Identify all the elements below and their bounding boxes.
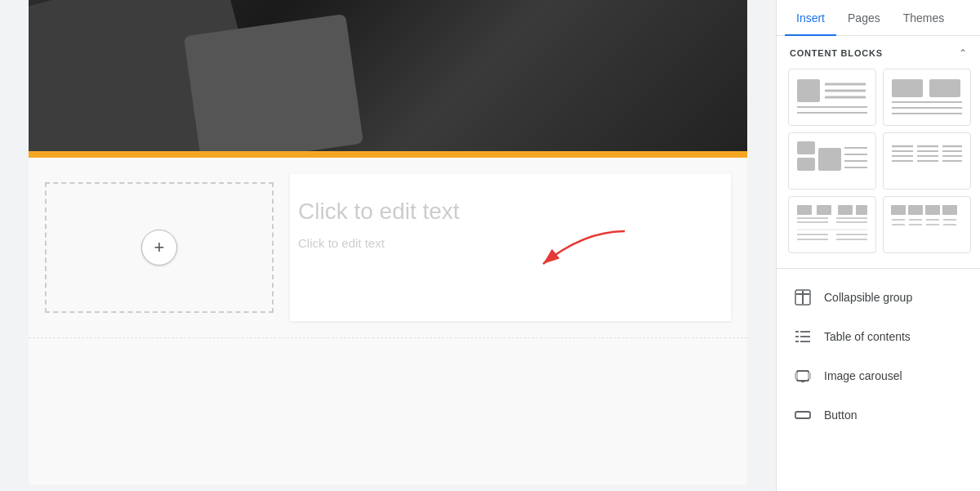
page-header-image: [29, 0, 747, 151]
collapsible-icon: [793, 288, 813, 306]
button-item[interactable]: Button: [790, 396, 967, 434]
svg-rect-44: [891, 205, 906, 215]
button-label: Button: [824, 408, 857, 422]
svg-rect-69: [795, 412, 810, 418]
gold-divider: [29, 151, 747, 158]
right-panel: Insert Pages Themes CONTENT BLOCKS ⌃: [776, 0, 980, 491]
carousel-icon: [793, 367, 813, 385]
toc-item[interactable]: Table of contents: [790, 318, 967, 355]
svg-rect-12: [797, 141, 815, 154]
collapsible-group-label: Collapsible group: [824, 291, 912, 304]
svg-rect-35: [838, 205, 853, 215]
block-thumb-4[interactable]: [883, 132, 971, 190]
block-grid: [777, 65, 980, 265]
svg-rect-46: [925, 205, 940, 215]
svg-rect-8: [929, 79, 960, 97]
text-block[interactable]: Click to edit text Click to edit text: [290, 174, 731, 321]
tab-insert[interactable]: Insert: [785, 0, 836, 36]
block-thumb-5[interactable]: [788, 196, 876, 253]
svg-rect-31: [797, 205, 812, 215]
page-container: + Click to edit text Click to edit text: [29, 0, 747, 484]
carousel-label: Image carousel: [824, 369, 902, 382]
block-thumb-3[interactable]: [788, 132, 876, 190]
svg-rect-65: [797, 371, 808, 381]
block-thumb-2[interactable]: [883, 69, 971, 126]
carousel-item[interactable]: Image carousel: [790, 357, 967, 395]
svg-rect-38: [856, 205, 867, 215]
content-blocks-header: CONTENT BLOCKS ⌃: [777, 36, 980, 65]
collapsible-group-item[interactable]: Collapsible group: [790, 279, 967, 316]
tabs-bar: Insert Pages Themes: [777, 0, 980, 36]
block-thumb-1[interactable]: [788, 69, 876, 126]
svg-rect-34: [817, 205, 831, 215]
toc-icon: [793, 328, 813, 346]
panel-divider: [777, 268, 980, 269]
lower-section: [29, 337, 747, 484]
svg-rect-47: [942, 205, 957, 215]
svg-rect-13: [797, 158, 815, 171]
button-icon: [793, 406, 813, 424]
collapse-icon[interactable]: ⌃: [959, 47, 967, 59]
image-placeholder[interactable]: +: [45, 182, 274, 313]
svg-rect-1: [797, 79, 820, 102]
title-placeholder[interactable]: Click to edit text: [298, 199, 715, 225]
add-content-button[interactable]: +: [141, 230, 177, 266]
tab-pages[interactable]: Pages: [836, 0, 892, 36]
special-items-list: Collapsible group Table of contents: [777, 272, 980, 440]
svg-rect-67: [808, 373, 811, 379]
block-thumb-6[interactable]: [883, 196, 971, 253]
svg-rect-66: [795, 373, 798, 379]
svg-rect-14: [818, 148, 841, 171]
svg-rect-45: [908, 205, 923, 215]
content-blocks-label: CONTENT BLOCKS: [790, 48, 883, 58]
content-section: + Click to edit text Click to edit text: [29, 158, 747, 337]
body-placeholder[interactable]: Click to edit text: [298, 236, 715, 250]
tab-themes[interactable]: Themes: [892, 0, 956, 36]
svg-rect-7: [892, 79, 923, 97]
canvas-area: + Click to edit text Click to edit text: [0, 0, 776, 491]
toc-label: Table of contents: [824, 330, 911, 343]
